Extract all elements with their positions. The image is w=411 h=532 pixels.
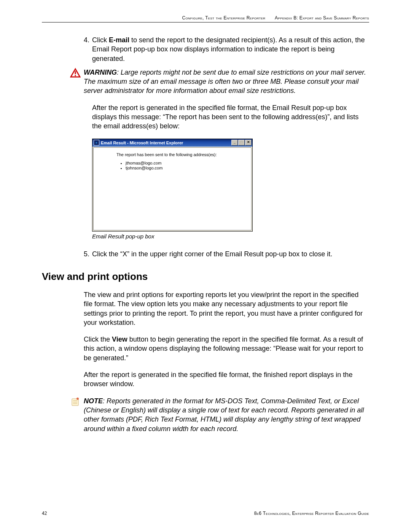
- warning-lead: WARNING: [84, 69, 117, 76]
- footer-text: 8e6 Technologies, Enterprise Reporter Ev…: [254, 511, 369, 516]
- maximize-button[interactable]: □: [238, 140, 245, 145]
- note-text: : Reports generated in the format for MS…: [84, 397, 364, 433]
- view-p2-pre: Click the: [84, 335, 112, 343]
- step-5-text: Click the “X” in the upper right corner …: [92, 250, 332, 258]
- page-number: 42: [42, 511, 47, 516]
- email-item: jthomas@logo.com: [126, 161, 247, 165]
- step-4-bold: E-mail: [109, 36, 129, 44]
- email-list: jthomas@logo.com tjohnson@logo.com: [126, 161, 247, 170]
- window-controls: _ □ ✕: [231, 140, 252, 145]
- minimize-button[interactable]: _: [231, 140, 238, 145]
- running-header: Configure, Test the Enterprise Reporter …: [42, 15, 369, 22]
- note-lead: NOTE: [84, 397, 103, 405]
- view-p2-bold: View: [112, 335, 127, 343]
- warning-callout: WARNING: Large reports might not be sent…: [84, 68, 369, 96]
- warning-icon: [70, 68, 81, 78]
- svg-rect-0: [75, 71, 76, 74]
- section-heading: View and print options: [42, 271, 369, 283]
- view-paragraph-1: The view and print options for exporting…: [84, 290, 369, 327]
- svg-rect-1: [75, 75, 76, 76]
- step-4-post: to send the report to the designated rec…: [92, 36, 365, 62]
- view-paragraph-3: After the report is generated in the spe…: [84, 370, 369, 389]
- step-4-pre: Click: [92, 36, 109, 44]
- close-button[interactable]: ✕: [245, 140, 252, 145]
- step-4: 4. Click E-mail to send the report to th…: [84, 35, 369, 63]
- step-number: 5.: [84, 249, 89, 259]
- ie-icon: e: [94, 140, 99, 145]
- warning-text: : Large reports might not be sent due to…: [84, 69, 366, 95]
- popup-titlebar: e Email Result - Microsoft Internet Expl…: [92, 139, 252, 147]
- step-5: 5. Click the “X” in the upper right corn…: [84, 249, 369, 259]
- email-result-popup: e Email Result - Microsoft Internet Expl…: [92, 139, 253, 232]
- view-paragraph-2: Click the View button to begin generatin…: [84, 335, 369, 363]
- header-left: Configure, Test the Enterprise Reporter: [182, 15, 266, 21]
- content-block: 4. Click E-mail to send the report to th…: [42, 35, 369, 433]
- document-page: Configure, Test the Enterprise Reporter …: [0, 0, 411, 532]
- header-right: Appendix B: Export and Save Summary Repo…: [275, 15, 369, 21]
- svg-point-6: [76, 398, 79, 400]
- popup-title: Email Result - Microsoft Internet Explor…: [101, 141, 231, 145]
- popup-body: The report has been sent to the followin…: [93, 147, 252, 230]
- popup-message: The report has been sent to the followin…: [116, 152, 247, 157]
- page-footer: 42 8e6 Technologies, Enterprise Reporter…: [42, 511, 369, 516]
- popup-caption: Email Result pop-up box: [92, 233, 369, 240]
- email-item: tjohnson@logo.com: [126, 166, 247, 170]
- note-callout: NOTE: Reports generated in the format fo…: [84, 396, 369, 433]
- step-number: 4.: [84, 35, 89, 45]
- after-generation-paragraph: After the report is generated in the spe…: [84, 103, 369, 131]
- note-icon: [70, 396, 81, 407]
